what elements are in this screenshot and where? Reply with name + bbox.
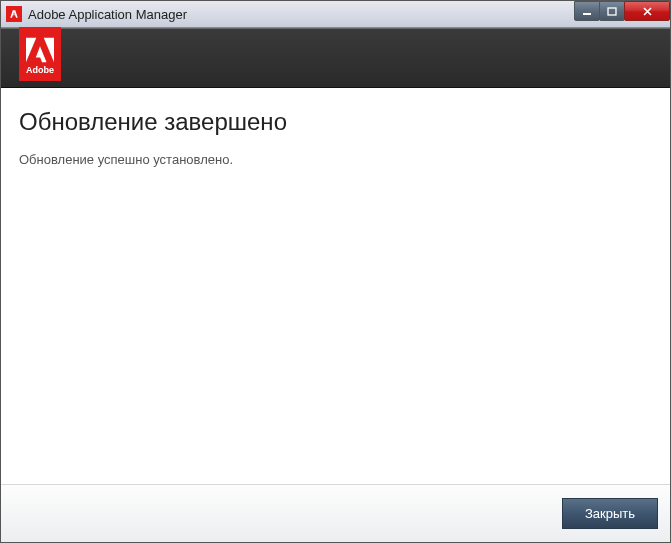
adobe-badge-text: Adobe (26, 65, 54, 75)
window-controls (575, 1, 670, 21)
svg-rect-1 (608, 8, 616, 15)
update-complete-subtext: Обновление успешно установлено. (19, 152, 652, 167)
minimize-button[interactable] (574, 1, 600, 21)
window-title: Adobe Application Manager (28, 7, 187, 22)
adobe-logo-icon (26, 37, 54, 63)
header-band: Adobe (1, 28, 670, 88)
footer-bar: Закрыть (1, 484, 670, 542)
content-area: Обновление завершено Обновление успешно … (1, 88, 670, 484)
maximize-button[interactable] (599, 1, 625, 21)
adobe-app-icon (6, 6, 22, 22)
adobe-badge: Adobe (19, 27, 61, 81)
window-close-button[interactable] (624, 1, 670, 21)
svg-rect-0 (583, 13, 591, 15)
close-button[interactable]: Закрыть (562, 498, 658, 529)
application-window: Adobe Application Manager Adobe Обновлен… (0, 0, 671, 543)
titlebar[interactable]: Adobe Application Manager (1, 1, 670, 28)
update-complete-heading: Обновление завершено (19, 108, 652, 136)
